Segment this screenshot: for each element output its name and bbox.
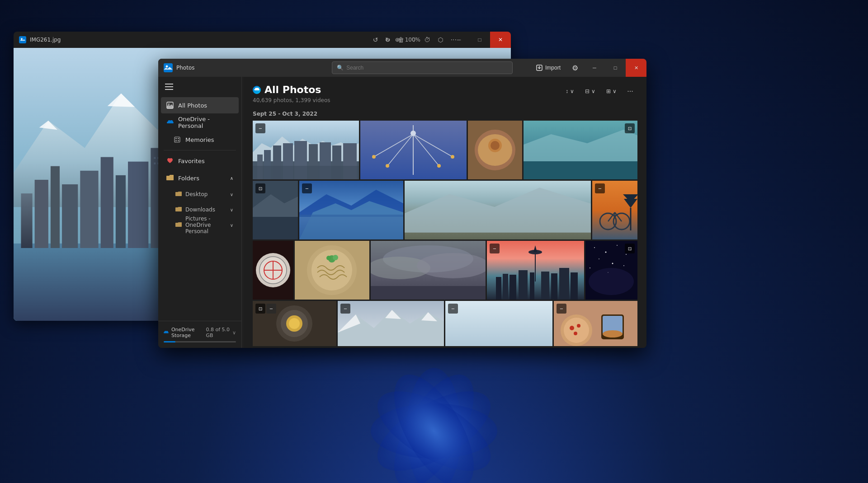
photo-bikes[interactable]: − xyxy=(592,181,637,239)
svg-rect-51 xyxy=(164,63,173,72)
svg-rect-137 xyxy=(551,273,557,300)
view-icon: ⊞ xyxy=(606,88,611,94)
svg-rect-19 xyxy=(62,184,78,248)
svg-point-83 xyxy=(437,164,441,168)
photo-food1[interactable] xyxy=(468,121,522,179)
svg-rect-61 xyxy=(178,140,179,141)
svg-rect-60 xyxy=(175,140,177,141)
svg-point-153 xyxy=(589,268,634,295)
photo-train[interactable]: ⊡ xyxy=(524,121,637,179)
photos-search-bar[interactable]: 🔍 xyxy=(332,61,513,74)
info-icon[interactable]: ⏱ xyxy=(424,36,430,43)
photo-badge-5: ⊡ xyxy=(255,183,265,193)
onedrive-storage-icon xyxy=(164,330,169,335)
photos-maximize-button[interactable]: □ xyxy=(605,59,626,77)
bg-window-controls[interactable]: ─ □ ✕ xyxy=(448,32,511,48)
svg-point-169 xyxy=(577,324,580,328)
storage-chevron-icon[interactable]: ∨ xyxy=(232,330,236,336)
photo-pasta[interactable] xyxy=(295,241,369,300)
photo-badge-13: ⊡ xyxy=(625,244,635,253)
svg-point-149 xyxy=(623,265,624,266)
photo-water[interactable]: ⊡ xyxy=(253,181,298,239)
import-icon xyxy=(536,65,542,71)
photo-city[interactable]: − xyxy=(253,121,359,179)
svg-rect-135 xyxy=(530,272,534,300)
svg-point-84 xyxy=(372,155,376,159)
sidebar-item-favorites[interactable]: Favorites xyxy=(161,153,239,169)
svg-point-144 xyxy=(605,252,607,253)
page-title-area: All Photos 40,639 photos, 1,399 videos xyxy=(253,84,330,103)
sidebar-item-all-photos[interactable]: All Photos xyxy=(161,97,239,113)
import-button[interactable]: Import xyxy=(531,59,566,77)
page-title: All Photos xyxy=(264,84,321,95)
view-button[interactable]: ⊞ ∨ xyxy=(602,84,621,98)
hamburger-menu-button[interactable] xyxy=(160,79,178,95)
photos-minimize-button[interactable]: ─ xyxy=(584,59,605,77)
svg-rect-44 xyxy=(154,163,156,164)
storage-bar-fill xyxy=(164,341,175,342)
rotate-left-icon[interactable]: ↺ xyxy=(373,36,378,43)
filter-icon: ⊟ xyxy=(585,88,590,94)
pictures-folder-icon xyxy=(175,222,182,229)
photo-space[interactable]: ⊡ xyxy=(585,241,637,300)
bg-minimize-button[interactable]: ─ xyxy=(448,32,469,48)
filter-button[interactable]: ⊟ ∨ xyxy=(580,84,600,98)
page-title-onedrive-icon xyxy=(253,86,261,94)
photo-overcast[interactable] xyxy=(371,241,486,300)
photos-window-controls[interactable]: ─ □ ✕ xyxy=(584,59,646,77)
photo-white-scene[interactable]: − xyxy=(445,301,552,346)
svg-rect-139 xyxy=(571,272,578,300)
downloads-chevron-icon: ∨ xyxy=(230,207,233,212)
photo-amusement[interactable] xyxy=(360,121,467,179)
photos-app-window: Photos 🔍 Import ⚙ ─ □ ✕ xyxy=(158,59,646,348)
photo-row-1: − xyxy=(253,121,637,179)
photo-badge-1: − xyxy=(255,123,265,133)
photo-skyline[interactable]: − xyxy=(487,241,584,300)
sidebar-item-onedrive[interactable]: OneDrive - Personal xyxy=(161,114,239,131)
sidebar-footer: OneDrive Storage 0.8 of 5.0 GB ∨ xyxy=(158,321,241,348)
photo-badge-14b: − xyxy=(266,304,276,314)
svg-point-168 xyxy=(570,326,574,330)
content-toolbar: ↕ ∨ ⊟ ∨ ⊞ ∨ ··· xyxy=(561,84,637,98)
bg-close-button[interactable]: ✕ xyxy=(490,32,511,48)
svg-rect-17 xyxy=(35,180,48,248)
sidebar-item-memories[interactable]: Memories xyxy=(161,131,239,148)
svg-rect-18 xyxy=(51,166,60,248)
main-content: All Photos 40,639 photos, 1,399 videos ↕… xyxy=(244,77,646,348)
search-input[interactable] xyxy=(346,65,508,71)
more-options-button[interactable]: ··· xyxy=(623,84,637,98)
sidebar-item-desktop[interactable]: Desktop ∨ xyxy=(161,187,239,202)
svg-point-82 xyxy=(386,164,389,168)
photo-plate[interactable] xyxy=(253,241,293,300)
sidebar: All Photos OneDrive - Personal xyxy=(158,77,242,348)
photo-snow-mtns[interactable]: − xyxy=(338,301,444,346)
photo-sushi[interactable]: ⊡ − xyxy=(253,301,336,346)
photo-lake[interactable]: − xyxy=(299,181,403,239)
sort-button[interactable]: ↕ ∨ xyxy=(561,84,579,98)
svg-point-150 xyxy=(590,267,590,268)
photo-landscape[interactable] xyxy=(405,181,591,239)
memories-label: Memories xyxy=(185,136,214,143)
photo-row-3: − xyxy=(253,241,637,300)
svg-rect-93 xyxy=(524,161,637,179)
sidebar-folders-header[interactable]: Folders ∧ xyxy=(161,170,239,186)
photos-close-button[interactable]: ✕ xyxy=(626,59,646,77)
all-photos-icon xyxy=(166,102,174,109)
desktop-folder-icon xyxy=(175,191,182,198)
photo-pizza[interactable]: − xyxy=(554,301,637,346)
downloads-item-left: Downloads xyxy=(175,206,215,213)
share-icon[interactable]: ⬡ xyxy=(438,36,443,43)
sort-chevron-icon: ∨ xyxy=(570,88,574,94)
storage-label: OneDrive Storage xyxy=(164,327,206,338)
settings-button[interactable]: ⚙ xyxy=(566,59,584,77)
sidebar-item-pictures[interactable]: Pictures - OneDrive Personal ∨ xyxy=(161,218,239,232)
sidebar-item-downloads[interactable]: Downloads ∨ xyxy=(161,202,239,217)
bg-maximize-button[interactable]: □ xyxy=(469,32,490,48)
svg-rect-42 xyxy=(154,157,156,159)
view-chevron-icon: ∨ xyxy=(613,88,617,94)
favorites-label: Favorites xyxy=(178,158,205,164)
search-icon: 🔍 xyxy=(337,65,344,71)
svg-point-170 xyxy=(574,332,577,335)
sort-icon: ↕ xyxy=(566,88,568,94)
svg-rect-136 xyxy=(541,272,549,300)
